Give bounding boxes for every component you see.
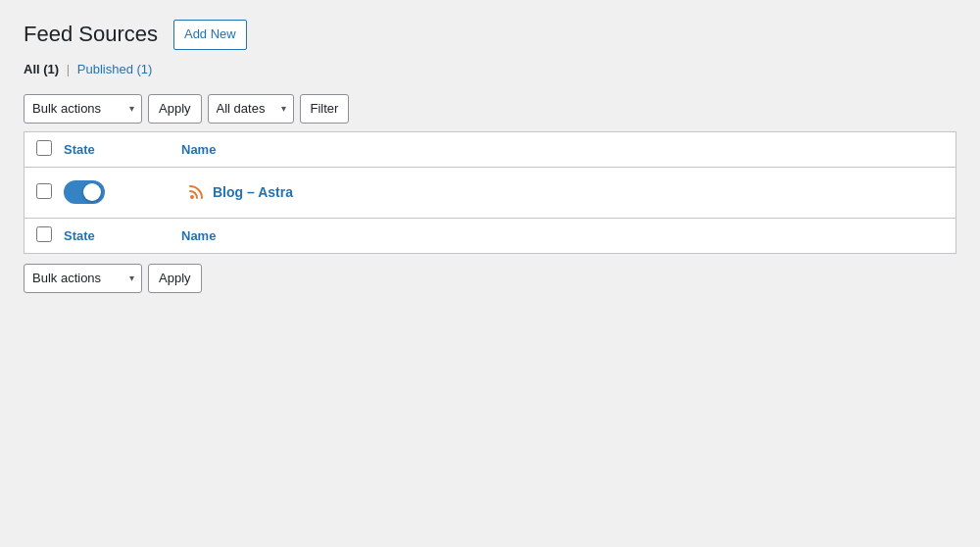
name-column-header: Name: [181, 142, 944, 157]
feed-sources-table: State Name: [24, 131, 956, 254]
top-apply-button[interactable]: Apply: [148, 94, 202, 124]
filter-published-link[interactable]: Published (1): [77, 62, 153, 76]
row-checkbox[interactable]: [36, 183, 52, 199]
bottom-bulk-actions-select[interactable]: Bulk actions Move to Trash: [24, 264, 142, 293]
svg-point-0: [190, 195, 194, 199]
footer-name-label: Name: [181, 228, 944, 243]
bulk-actions-select[interactable]: Bulk actions Move to Trash: [24, 94, 142, 124]
page-title: Feed Sources: [24, 22, 158, 47]
header-checkbox-cell[interactable]: [36, 140, 64, 159]
footer-select-all-checkbox[interactable]: [36, 226, 52, 242]
add-new-button[interactable]: Add New: [173, 20, 247, 50]
table-header-row: State Name: [24, 132, 956, 168]
bottom-apply-button[interactable]: Apply: [148, 264, 202, 293]
all-dates-select[interactable]: All dates: [208, 94, 294, 124]
footer-state-label: State: [64, 228, 181, 243]
table-footer-row: State Name: [24, 219, 956, 253]
top-toolbar: Bulk actions Move to Trash ▾ Apply All d…: [24, 86, 956, 131]
row-name-cell: Blog – Astra: [181, 182, 944, 202]
select-all-checkbox[interactable]: [36, 140, 52, 156]
table-row: Blog – Astra: [24, 168, 956, 219]
row-state-cell[interactable]: [64, 180, 181, 204]
row-checkbox-cell[interactable]: [36, 183, 64, 202]
bulk-actions-wrapper: Bulk actions Move to Trash ▾: [24, 94, 142, 124]
filter-separator: |: [67, 62, 70, 76]
toggle-slider: [64, 180, 105, 204]
filter-all-link[interactable]: All (1): [24, 62, 63, 76]
rss-icon: [187, 182, 207, 202]
bottom-toolbar: Bulk actions Move to Trash ▾ Apply: [24, 264, 956, 293]
dates-wrapper: All dates ▾: [208, 94, 294, 124]
filter-links: All (1) | Published (1): [24, 62, 956, 76]
feed-toggle[interactable]: [64, 180, 105, 204]
footer-checkbox-cell[interactable]: [36, 226, 64, 245]
filter-button[interactable]: Filter: [300, 94, 350, 124]
feed-name-link[interactable]: Blog – Astra: [213, 184, 293, 200]
page-header: Feed Sources Add New: [24, 20, 956, 50]
state-column-header: State: [64, 142, 181, 157]
bottom-bulk-actions-wrapper: Bulk actions Move to Trash ▾: [24, 264, 142, 293]
